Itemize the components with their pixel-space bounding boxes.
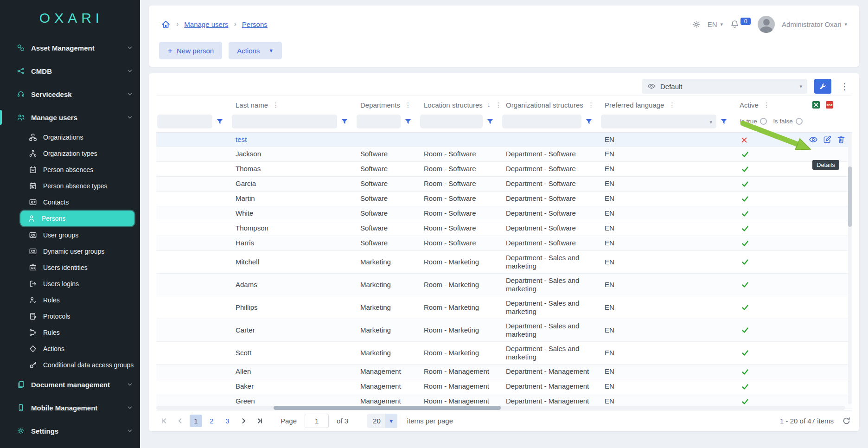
new-person-button[interactable]: +New person: [159, 42, 222, 59]
first-page-button[interactable]: [157, 415, 170, 428]
sidebar-item-users-identities[interactable]: Users identities: [0, 259, 140, 275]
filter-input-location-structures[interactable]: [420, 115, 483, 128]
column-header-location-structures[interactable]: Location structures↓⋮: [419, 96, 501, 114]
grid-menu-button[interactable]: ⋮: [838, 81, 851, 92]
sidebar-item-manage-users[interactable]: Manage users: [0, 106, 140, 129]
filter-funnel-button[interactable]: [215, 117, 224, 126]
page-size-select[interactable]: 20▼: [367, 414, 397, 428]
table-row[interactable]: Martin Software Room - Software Departme…: [156, 191, 852, 206]
actions-dropdown-button[interactable]: Actions▼: [229, 42, 282, 59]
table-row[interactable]: Baker Management Room - Management Depar…: [156, 379, 852, 394]
column-header-active[interactable]: Active⋮: [735, 96, 807, 114]
filter-funnel-button[interactable]: [719, 117, 728, 126]
last-name-cell: Garcia: [231, 176, 356, 191]
table-row[interactable]: White Software Room - Software Departmen…: [156, 206, 852, 221]
sidebar-item-rules[interactable]: Rules: [0, 324, 140, 340]
sidebar-item-mobile-management[interactable]: Mobile Management: [0, 396, 140, 419]
page-3-button[interactable]: 3: [221, 415, 234, 427]
active-filter-false-radio[interactable]: [796, 118, 803, 125]
sidebar-item-person-absence-types[interactable]: Person absence types: [0, 178, 140, 194]
page-number-input[interactable]: [305, 414, 329, 428]
sidebar-item-persons[interactable]: Persons: [20, 211, 134, 226]
export-excel-button[interactable]: [811, 100, 821, 109]
home-icon: [161, 19, 171, 29]
sidebar-item-protocols[interactable]: Protocols: [0, 308, 140, 324]
sidebar-item-servicedesk[interactable]: Servicedesk: [0, 83, 140, 106]
filter-select-preferred-language[interactable]: [601, 115, 716, 128]
page-1-button[interactable]: 1: [190, 415, 202, 427]
details-button[interactable]: [809, 135, 818, 144]
sidebar-item-user-groups[interactable]: User groups: [0, 227, 140, 243]
sidebar-item-cmdb[interactable]: CMDB: [0, 59, 140, 83]
home-breadcrumb[interactable]: [161, 19, 171, 29]
table-row[interactable]: Allen Management Room - Management Depar…: [156, 364, 852, 379]
filter-input-organizational-structures[interactable]: [502, 115, 581, 128]
language-cell: EN: [600, 176, 735, 191]
column-header-organizational-structures[interactable]: Organizational structures⋮: [501, 96, 600, 114]
sidebar-item-settings[interactable]: Settings: [0, 419, 140, 442]
rules-icon: [29, 328, 37, 337]
export-pdf-button[interactable]: PDF: [825, 100, 834, 109]
user-menu[interactable]: Administrator Oxari▾: [782, 20, 847, 28]
language-selector[interactable]: EN▾: [708, 20, 723, 28]
sidebar-item-contacts[interactable]: Contacts: [0, 194, 140, 210]
column-menu-icon[interactable]: ⋮: [669, 101, 675, 109]
table-row[interactable]: Phillips Marketing Room - Marketing Depa…: [156, 296, 852, 319]
sidebar-item-asset-management[interactable]: Asset Management: [0, 36, 140, 59]
column-header-last-name[interactable]: Last name⋮: [231, 96, 356, 114]
breadcrumb-manage-users[interactable]: Manage users: [184, 20, 228, 28]
settings-gear-button[interactable]: [692, 20, 701, 29]
vertical-scrollbar[interactable]: [848, 133, 852, 404]
table-row[interactable]: Adams Marketing Room - Marketing Departm…: [156, 273, 852, 296]
filter-funnel-button[interactable]: [584, 117, 594, 126]
notifications-button[interactable]: 0: [730, 19, 751, 29]
last-page-button[interactable]: [253, 415, 266, 428]
filter-input-departments[interactable]: [357, 115, 401, 128]
sidebar-item-dynamic-user-groups[interactable]: Dynamic user groups: [0, 243, 140, 259]
page-2-button[interactable]: 2: [205, 415, 218, 427]
column-header-preferred-language[interactable]: Preferred language⋮: [600, 96, 735, 114]
column-header-departments[interactable]: Departments⋮: [356, 96, 419, 114]
sidebar-item-conditional-data-access-groups[interactable]: Conditional data access groups: [0, 357, 140, 373]
table-row[interactable]: Jackson Software Room - Software Departm…: [156, 147, 852, 161]
filter-input-last-name[interactable]: [232, 115, 337, 128]
sidebar-item-organizations[interactable]: Organizations: [0, 129, 140, 145]
view-select[interactable]: Default ▾: [642, 79, 807, 94]
previous-page-button[interactable]: [173, 415, 186, 428]
column-menu-icon[interactable]: ⋮: [763, 101, 770, 109]
next-page-button[interactable]: [237, 415, 250, 428]
sidebar-item-person-absences[interactable]: Person absences: [0, 161, 140, 178]
filter-funnel-button[interactable]: [403, 117, 413, 126]
refresh-button[interactable]: [842, 416, 851, 425]
sidebar-item-roles[interactable]: Roles: [0, 292, 140, 308]
horizontal-scrollbar[interactable]: [156, 406, 845, 410]
active-filter-true-radio[interactable]: [760, 118, 767, 125]
edit-button[interactable]: [823, 135, 832, 144]
sidebar-item-users-logins[interactable]: Users logins: [0, 275, 140, 292]
sidebar-item-document-management[interactable]: Document management: [0, 373, 140, 396]
table-row[interactable]: Scott Marketing Room - Marketing Departm…: [156, 341, 852, 364]
table-row[interactable]: Thompson Software Room - Software Depart…: [156, 221, 852, 236]
column-settings-button[interactable]: [814, 79, 831, 94]
column-menu-icon[interactable]: ⋮: [273, 101, 279, 109]
table-row[interactable]: Carter Marketing Room - Marketing Depart…: [156, 319, 852, 341]
vertical-scrollbar-thumb[interactable]: [848, 166, 852, 227]
delete-button[interactable]: [836, 135, 846, 144]
column-menu-icon[interactable]: ⋮: [495, 101, 502, 109]
table-row[interactable]: Thomas Software Room - Software Departme…: [156, 161, 852, 176]
table-row[interactable]: Mitchell Marketing Room - Marketing Depa…: [156, 250, 852, 273]
breadcrumb-persons[interactable]: Persons: [242, 20, 268, 28]
table-row[interactable]: Garcia Software Room - Software Departme…: [156, 176, 852, 191]
avatar[interactable]: [758, 16, 775, 33]
filter-input-blank[interactable]: [157, 115, 212, 128]
sidebar-item-organization-types[interactable]: Organization types: [0, 145, 140, 161]
column-menu-icon[interactable]: ⋮: [405, 101, 411, 109]
sidebar-item-actions[interactable]: Actions: [0, 340, 140, 357]
table-row[interactable]: test EN: [156, 132, 852, 147]
horizontal-scrollbar-thumb[interactable]: [274, 406, 501, 410]
filter-funnel-button[interactable]: [340, 117, 349, 126]
column-menu-icon[interactable]: ⋮: [588, 101, 594, 109]
table-row[interactable]: Harris Software Room - Software Departme…: [156, 236, 852, 250]
sidebar-nav: Asset Management CMDB Servicedesk Manage…: [0, 36, 140, 442]
filter-funnel-button[interactable]: [485, 117, 495, 126]
